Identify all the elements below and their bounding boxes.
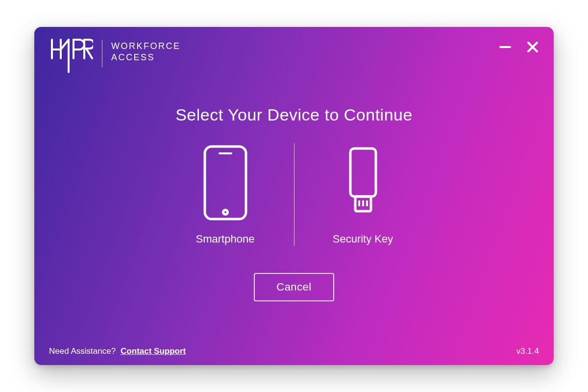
- minimize-button[interactable]: [499, 41, 512, 53]
- brand-text: WORKFORCE ACCESS: [111, 41, 181, 63]
- page-heading: Select Your Device to Continue: [175, 105, 413, 124]
- close-button[interactable]: [526, 41, 539, 53]
- svg-rect-6: [350, 148, 376, 196]
- option-security-key-label: Security Key: [333, 233, 393, 245]
- brand-line-1: WORKFORCE: [111, 41, 181, 52]
- footer-left: Need Assistance? Contact Support: [49, 346, 186, 356]
- security-key-icon: [339, 144, 388, 224]
- auth-window: WORKFORCE ACCESS Select Your Device to C…: [34, 27, 554, 365]
- option-security-key[interactable]: Security Key: [324, 144, 402, 245]
- brand-block: WORKFORCE ACCESS: [49, 38, 181, 79]
- hypr-logo-icon: [49, 38, 93, 79]
- option-smartphone[interactable]: Smartphone: [186, 144, 265, 245]
- smartphone-icon: [201, 144, 250, 224]
- svg-point-5: [223, 210, 227, 215]
- window-controls: [499, 41, 539, 53]
- version-label: v3.1.4: [516, 346, 539, 356]
- content-area: Select Your Device to Continue Smartphon…: [34, 105, 554, 301]
- assist-prompt: Need Assistance?: [49, 346, 116, 356]
- device-options: Smartphone Security Key: [186, 143, 402, 246]
- option-smartphone-label: Smartphone: [196, 233, 255, 245]
- svg-rect-3: [205, 147, 246, 219]
- brand-divider: [102, 40, 102, 67]
- footer: Need Assistance? Contact Support v3.1.4: [49, 346, 539, 356]
- option-divider: [294, 143, 294, 246]
- brand-line-2: ACCESS: [111, 52, 181, 63]
- cancel-button[interactable]: Cancel: [254, 273, 334, 301]
- contact-support-link[interactable]: Contact Support: [121, 346, 186, 356]
- titlebar: WORKFORCE ACCESS: [34, 27, 554, 81]
